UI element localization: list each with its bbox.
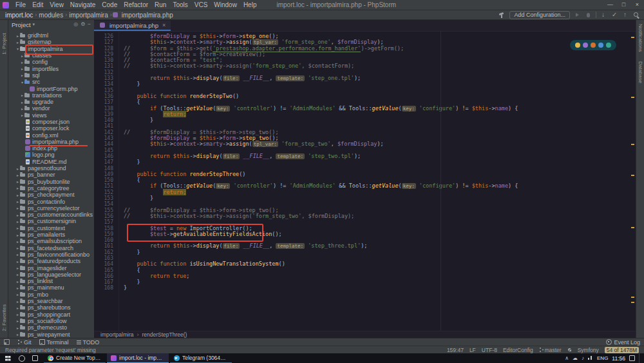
tree-item-gsitemap[interactable]: ▸gsitemap — [8, 39, 94, 45]
chevron-right-icon[interactable]: ▸ — [15, 299, 20, 304]
chevron-down-icon[interactable]: ▾ — [20, 80, 24, 84]
menu-refactor[interactable]: Refactor — [120, 0, 151, 10]
chevron-right-icon[interactable]: ▸ — [20, 100, 24, 104]
code-line-162[interactable]: 162 } — [94, 250, 636, 255]
line-number[interactable]: 166 — [94, 273, 118, 279]
taskbar-app-chrome[interactable]: Create New Topic - Pr... — [44, 353, 106, 363]
menu-navigate[interactable]: Navigate — [67, 0, 99, 10]
line-number[interactable]: 151 — [94, 183, 118, 189]
minimize-button[interactable]: — — [603, 0, 617, 10]
status-notifications[interactable] — [567, 347, 572, 353]
line-number[interactable]: 148 — [94, 166, 118, 172]
code-line-146[interactable]: 146 return $this->display(file: __FILE__… — [94, 153, 636, 159]
tool-window-button-event-log[interactable]: Event Log — [606, 339, 640, 346]
line-number[interactable]: 128 — [94, 46, 118, 52]
maximize-button[interactable]: □ — [617, 0, 630, 10]
line-number[interactable]: 132 — [94, 70, 118, 75]
tool-window-button-todo[interactable]: TODO — [77, 339, 100, 346]
menu-file[interactable]: File — [12, 0, 29, 10]
tree-item-pagesnotfound[interactable]: ▸pagesnotfound — [8, 165, 94, 172]
tree-item-gridhtml[interactable]: ▸gridhtml — [8, 32, 94, 39]
chevron-right-icon[interactable]: ▸ — [20, 113, 24, 117]
chevron-right-icon[interactable]: ▸ — [20, 93, 24, 97]
chevron-right-icon[interactable]: ▸ — [15, 259, 20, 264]
line-number[interactable]: 138 — [94, 106, 118, 112]
taskbar-app-telegram[interactable]: Telegram (306415) — [170, 353, 232, 363]
code-line-140[interactable]: 140 } — [94, 117, 636, 123]
collapse-icon[interactable] — [88, 21, 91, 28]
code-line-149[interactable]: 149 public function renderStepThree() — [94, 172, 636, 177]
reaction-dot-icon[interactable] — [606, 43, 611, 48]
chevron-right-icon[interactable]: ▸ — [20, 73, 24, 77]
chevron-right-icon[interactable]: ▸ — [15, 226, 20, 230]
line-number[interactable]: 160 — [94, 237, 118, 243]
tree-item-ps_mainmenu[interactable]: ▸ps_mainmenu — [8, 284, 94, 291]
line-number[interactable]: 161 — [94, 243, 118, 249]
line-number[interactable]: 130 — [94, 57, 118, 63]
code-line-136[interactable]: 136 public function renderStepTwo() — [94, 93, 636, 99]
warning-stripe-mark[interactable] — [631, 37, 634, 38]
tree-item-importpalmira.php[interactable]: importpalmira.php — [8, 139, 94, 145]
chevron-right-icon[interactable]: ▸ — [15, 286, 20, 290]
line-number[interactable]: 136 — [94, 93, 118, 99]
warning-stripe-mark[interactable] — [631, 227, 634, 228]
code-line-133[interactable]: 133 return $this->display(file: __FILE__… — [94, 75, 636, 81]
tree-item-sql[interactable]: ▸sql — [8, 72, 94, 79]
tree-item-ps_emailsubscription[interactable]: ▸ps_emailsubscription — [8, 238, 94, 244]
debug-icon[interactable] — [585, 12, 592, 19]
tree-item-ps_languageselector[interactable]: ▸ps_languageselector — [8, 271, 94, 278]
line-number[interactable]: 139 — [94, 112, 118, 117]
chevron-right-icon[interactable]: ▸ — [15, 233, 20, 237]
tree-item-ps_emailalerts[interactable]: ▸ps_emailalerts — [8, 231, 94, 238]
menu-run[interactable]: Run — [151, 0, 169, 10]
tree-item-config.xml[interactable]: config.xml — [8, 132, 94, 138]
line-number[interactable]: 146 — [94, 153, 118, 159]
tree-item-ps_shoppingcart[interactable]: ▸ps_shoppingcart — [8, 311, 94, 317]
line-number[interactable]: 149 — [94, 172, 118, 177]
chevron-right-icon[interactable]: ▸ — [15, 292, 20, 297]
git-pull-icon[interactable] — [600, 12, 607, 19]
volume-icon[interactable] — [582, 353, 584, 363]
tree-item-views[interactable]: ▸views — [8, 112, 94, 119]
reaction-dot-icon[interactable] — [591, 43, 596, 48]
stripe-button-project[interactable]: 1: Project — [1, 33, 7, 55]
tree-item-ps_banner[interactable]: ▸ps_banner — [8, 172, 94, 178]
tree-item-ps_customtext[interactable]: ▸ps_customtext — [8, 225, 94, 231]
reaction-dot-icon[interactable] — [598, 43, 603, 48]
menu-code[interactable]: Code — [99, 0, 120, 10]
chevron-right-icon[interactable]: ▸ — [15, 206, 20, 210]
line-number[interactable]: 129 — [94, 52, 118, 57]
search-button[interactable] — [15, 353, 28, 363]
status-message[interactable]: Required parameter 'request' missing — [5, 347, 96, 353]
tree-item-ps_linklist[interactable]: ▸ps_linklist — [8, 278, 94, 284]
tree-item-ps_categorytree[interactable]: ▸ps_categorytree — [8, 185, 94, 191]
line-number[interactable]: 147 — [94, 159, 118, 165]
line-number[interactable]: 150 — [94, 177, 118, 183]
code-line-147[interactable]: 147 } — [94, 159, 636, 165]
line-number[interactable]: 165 — [94, 268, 118, 273]
chevron-right-icon[interactable]: ▸ — [15, 173, 20, 177]
tree-item-config[interactable]: ▸config — [8, 59, 94, 65]
tool-window-button-git[interactable]: Git — [17, 339, 32, 346]
line-number[interactable]: 133 — [94, 75, 118, 81]
menu-vcs[interactable]: VCS — [191, 0, 211, 10]
line-number[interactable]: 144 — [94, 141, 118, 147]
tree-item-ps_currencyselector[interactable]: ▸ps_currencyselector — [8, 205, 94, 211]
editor-breadcrumb-file[interactable]: importpalmira — [100, 331, 134, 338]
breadcrumb-importpalmira.php[interactable]: importpalmira.php — [120, 12, 175, 19]
line-number[interactable]: 156 — [94, 213, 118, 219]
chevron-right-icon[interactable]: ▸ — [20, 106, 24, 111]
status-caret-position[interactable]: 159:47 — [447, 347, 464, 353]
chevron-right-icon[interactable]: ▸ — [15, 326, 20, 330]
code-line-156[interactable]: 156// $this->context->smarty->assign('fo… — [94, 213, 636, 219]
start-button[interactable] — [0, 353, 15, 363]
code-line-153[interactable]: 153 } — [94, 195, 636, 201]
line-number[interactable]: 154 — [94, 201, 118, 207]
code-line-152[interactable]: 152 return; — [94, 190, 636, 195]
tree-item-logo.png[interactable]: logo.png — [8, 152, 94, 158]
chevron-right-icon[interactable]: ▸ — [15, 219, 20, 224]
line-number[interactable]: 135 — [94, 88, 118, 93]
action-center-icon[interactable] — [629, 355, 635, 361]
line-number[interactable]: 131 — [94, 63, 118, 69]
tree-item-ps_checkpayment[interactable]: ▸ps_checkpayment — [8, 191, 94, 198]
